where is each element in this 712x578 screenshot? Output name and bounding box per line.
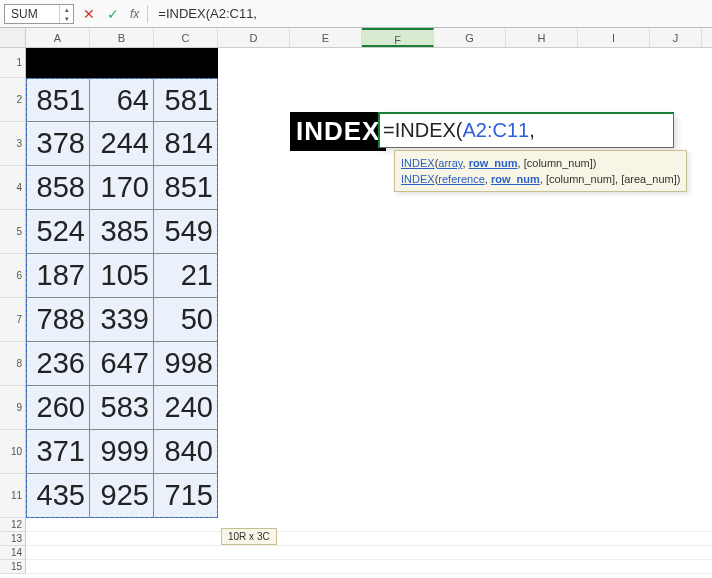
row-header-8[interactable]: 8 [0, 342, 26, 386]
tooltip-arg-current[interactable]: row_num [469, 157, 518, 169]
table-row: 858170851 [26, 166, 218, 210]
tooltip-arg-current[interactable]: row_num [491, 173, 540, 185]
tooltip-line: INDEX(reference, row_num, [column_num], … [401, 171, 680, 187]
col-header-B[interactable]: B [90, 28, 154, 47]
col-header-D[interactable]: D [218, 28, 290, 47]
cell[interactable]: 788 [26, 298, 90, 342]
name-box-value: SUM [11, 7, 38, 21]
accept-formula-button[interactable]: ✓ [104, 5, 122, 23]
cell[interactable]: 240 [154, 386, 218, 430]
empty-rows [26, 518, 712, 574]
check-icon: ✓ [107, 6, 119, 22]
tooltip-arg[interactable]: reference [438, 173, 484, 185]
index-badge: INDEX [290, 112, 386, 151]
column-header-row: A B C D E F G H I J [0, 28, 712, 48]
tooltip-fn-link[interactable]: INDEX [401, 157, 435, 169]
active-cell-formula[interactable]: =INDEX(A2:C11, [378, 112, 674, 148]
tooltip-arg: [area_num] [621, 173, 677, 185]
cell[interactable]: 170 [90, 166, 154, 210]
stepper-up-icon[interactable]: ▴ [60, 5, 73, 14]
tooltip-arg[interactable]: array [438, 157, 462, 169]
col-header-H[interactable]: H [506, 28, 578, 47]
cell[interactable]: 840 [154, 430, 218, 474]
col-header-I[interactable]: I [578, 28, 650, 47]
data-table: 85164581 378244814 858170851 524385549 1… [26, 78, 218, 518]
row-header-13[interactable]: 13 [0, 532, 26, 546]
tooltip-fn-link[interactable]: INDEX [401, 173, 435, 185]
cell[interactable]: 371 [26, 430, 90, 474]
cell[interactable]: 339 [90, 298, 154, 342]
function-tooltip: INDEX(array, row_num, [column_num]) INDE… [394, 150, 687, 192]
divider [147, 5, 148, 23]
tooltip-arg: [column_num] [524, 157, 593, 169]
cell[interactable]: 244 [90, 122, 154, 166]
name-box-stepper[interactable]: ▴ ▾ [59, 5, 73, 23]
row-header-1[interactable]: 1 [0, 48, 26, 78]
table-row: 236647998 [26, 342, 218, 386]
row-header-5[interactable]: 5 [0, 210, 26, 254]
cell[interactable]: 999 [90, 430, 154, 474]
cell[interactable]: 21 [154, 254, 218, 298]
cell[interactable]: 814 [154, 122, 218, 166]
empty-row[interactable] [26, 546, 712, 560]
col-header-G[interactable]: G [434, 28, 506, 47]
header-fill [26, 48, 218, 78]
cell[interactable]: 925 [90, 474, 154, 518]
col-header-A[interactable]: A [26, 28, 90, 47]
cell[interactable]: 715 [154, 474, 218, 518]
row-header-2[interactable]: 2 [0, 78, 26, 122]
col-header-F[interactable]: F [362, 28, 434, 47]
select-all-corner[interactable] [0, 28, 26, 47]
stepper-down-icon[interactable]: ▾ [60, 14, 73, 23]
name-box[interactable]: SUM ▴ ▾ [4, 4, 74, 24]
cell[interactable]: 851 [154, 166, 218, 210]
col-header-E[interactable]: E [290, 28, 362, 47]
table-row: 78833950 [26, 298, 218, 342]
row-header-7[interactable]: 7 [0, 298, 26, 342]
formula-input[interactable]: =INDEX(A2:C11, [154, 6, 708, 21]
cell[interactable]: 851 [26, 78, 90, 122]
table-row: 378244814 [26, 122, 218, 166]
cell[interactable]: 260 [26, 386, 90, 430]
row-header-11[interactable]: 11 [0, 474, 26, 518]
cell[interactable]: 385 [90, 210, 154, 254]
empty-row[interactable] [26, 560, 712, 574]
formula-range-ref: A2:C11 [462, 119, 529, 142]
formula-text: , [529, 119, 535, 142]
selection-size-tooltip: 10R x 3C [221, 528, 277, 545]
cell[interactable]: 998 [154, 342, 218, 386]
row-header-9[interactable]: 9 [0, 386, 26, 430]
empty-row[interactable] [26, 518, 712, 532]
empty-row[interactable] [26, 532, 712, 546]
formula-text: ( [456, 119, 463, 142]
cell[interactable]: 583 [90, 386, 154, 430]
cell[interactable]: 435 [26, 474, 90, 518]
cell[interactable]: 378 [26, 122, 90, 166]
cell[interactable]: 581 [154, 78, 218, 122]
cell[interactable]: 187 [26, 254, 90, 298]
row-header-3[interactable]: 3 [0, 122, 26, 166]
spreadsheet-grid: A B C D E F G H I J 1 2 3 4 5 6 7 8 9 10… [0, 28, 712, 578]
cancel-formula-button[interactable]: ✕ [80, 5, 98, 23]
cell[interactable]: 858 [26, 166, 90, 210]
col-header-C[interactable]: C [154, 28, 218, 47]
row-header-4[interactable]: 4 [0, 166, 26, 210]
table-row: 260583240 [26, 386, 218, 430]
formula-bar: SUM ▴ ▾ ✕ ✓ fx =INDEX(A2:C11, [0, 0, 712, 28]
row-header-14[interactable]: 14 [0, 546, 26, 560]
row-header-15[interactable]: 15 [0, 560, 26, 574]
row-header-12[interactable]: 12 [0, 518, 26, 532]
cell[interactable]: 647 [90, 342, 154, 386]
row-header-6[interactable]: 6 [0, 254, 26, 298]
cell[interactable]: 50 [154, 298, 218, 342]
col-header-J[interactable]: J [650, 28, 702, 47]
cancel-icon: ✕ [83, 6, 95, 22]
table-row: 85164581 [26, 78, 218, 122]
cell[interactable]: 64 [90, 78, 154, 122]
cell[interactable]: 524 [26, 210, 90, 254]
row-header-10[interactable]: 10 [0, 430, 26, 474]
formula-text: INDEX [395, 119, 456, 142]
cell[interactable]: 236 [26, 342, 90, 386]
cell[interactable]: 105 [90, 254, 154, 298]
cell[interactable]: 549 [154, 210, 218, 254]
